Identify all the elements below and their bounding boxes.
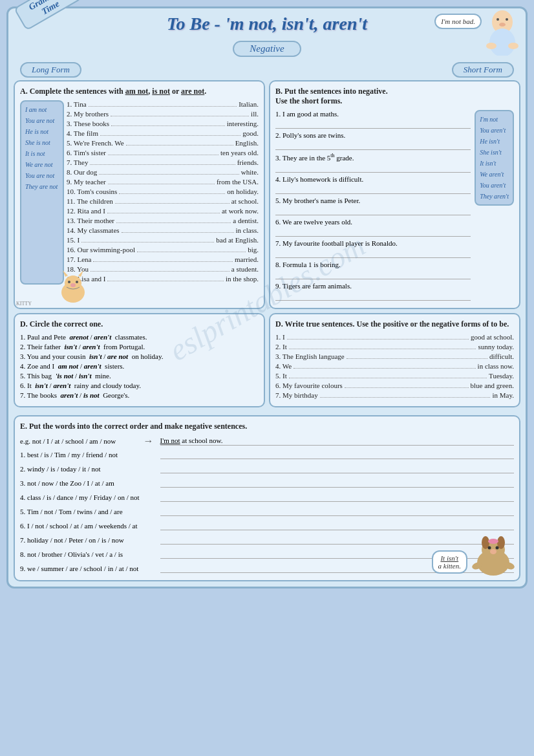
sf-right-6: We aren't [480, 169, 509, 180]
dog-icon [467, 527, 519, 580]
section-c-box: D. Circle the correct one. 1. Paul and P… [14, 313, 265, 407]
svg-point-24 [491, 539, 495, 543]
section-a-item-10: 10. Tom's cousinson holiday. [67, 188, 259, 195]
sf-left-2: You are not [25, 115, 59, 126]
sd-item-6: 6. My favourite coloursblue and green. [275, 382, 514, 389]
section-a-item-16: 16. Our swimming-poolbig. [67, 246, 259, 254]
sb-item-1: 1. I am good at maths. [275, 110, 471, 118]
bottom-grid: D. Circle the correct one. 1. Paul and P… [14, 313, 520, 411]
sd-item-3: 3. The English languagedifficult. [275, 352, 514, 360]
sb-answer-9 [275, 292, 471, 301]
sb-answer-8 [275, 270, 471, 279]
se-item-5: 5. Tim / not / Tom / twins / and / are [20, 508, 140, 515]
sf-right-3: He isn't [480, 136, 509, 147]
sb-answer-6 [275, 228, 471, 237]
sb-item-4: 4. Lily's homework is difficult. [275, 175, 471, 183]
long-form-label: Long Form [20, 62, 81, 78]
section-d-title: D. Write true sentences. Use the positiv… [275, 319, 514, 329]
short-form-label: Short Form [452, 62, 514, 78]
svg-point-4 [489, 28, 515, 56]
svg-point-3 [499, 23, 506, 27]
sf-left-3: He is not [25, 126, 59, 137]
se-item-9: 9. we / summer / are / school / in / at … [20, 565, 140, 572]
short-forms-right: I'm not You aren't He isn't She isn't It… [475, 110, 514, 206]
kitty-label: KITTY [16, 301, 32, 307]
se-item-1: 1. best / is / Tim / my / friend / not [20, 451, 140, 459]
sf-left-5: It is not [25, 148, 59, 159]
svg-point-18 [488, 546, 491, 549]
section-a-item-14: 14. My classmatesin class. [67, 226, 259, 234]
sf-right-8: They aren't [480, 191, 509, 202]
sf-left-4: She is not [25, 137, 59, 148]
sc-item-4: 4. Zoe and I am not / aren't sisters. [20, 362, 259, 370]
baby-icon-top [485, 10, 520, 57]
sd-item-1: 1. Igood at school. [275, 333, 514, 341]
section-a-item-12: 12. Rita and Iat work now. [67, 207, 259, 215]
sf-left-1: I am not [25, 104, 59, 115]
svg-point-6 [508, 43, 518, 49]
sc-item-2: 2. Their father isn't / aren't from Port… [20, 343, 259, 351]
section-a-title: A. Complete the sentences with am not, i… [20, 87, 259, 96]
sf-right-5: It isn't [480, 158, 509, 169]
section-a-item-9: 9. My teacherfrom the USA. [67, 178, 259, 186]
short-forms-left: I am not You are not He is not She is no… [20, 100, 64, 285]
sb-item-9: 9. Tigers are farm animals. [275, 282, 471, 290]
svg-point-13 [70, 283, 76, 287]
sf-right-2: You aren't [480, 125, 509, 136]
svg-point-12 [76, 281, 78, 283]
sb-item-5: 5. My brother's name is Peter. [275, 197, 471, 204]
section-a-item-7: 7. Theyfriends. [67, 158, 259, 166]
section-a-item-11: 11. The childrenat school. [67, 197, 259, 205]
kitty-icon [54, 268, 92, 308]
sf-right-7: You aren't [480, 180, 509, 191]
section-b-title: B. Put the sentences into negative.Use t… [275, 87, 514, 106]
section-a-item-13: 13. Their mothera dentist. [67, 217, 259, 224]
svg-point-2 [506, 18, 508, 21]
sb-answer-1 [275, 120, 471, 129]
sf-right-4: She isn't [480, 147, 509, 158]
se-answer-2 [160, 464, 514, 473]
sd-item-7: 7. My birthdayin May. [275, 391, 514, 399]
se-answer-5 [160, 507, 514, 516]
svg-point-5 [486, 43, 497, 49]
section-a-item-4: 4. The filmgood. [67, 129, 259, 137]
page: eslprintables.com Grammar Time To Be - '… [6, 6, 528, 589]
sb-item-6: 6. We are twelve years old. [275, 218, 471, 226]
se-item-4: 4. class / is / dance / my / Friday / on… [20, 493, 140, 501]
section-b-box: B. Put the sentences into negative.Use t… [269, 80, 520, 309]
svg-marker-10 [78, 270, 83, 277]
se-item-2: 2. windy / is / today / it / not [20, 465, 140, 473]
sb-answer-4 [275, 185, 471, 194]
sd-item-5: 5. ItTuesday. [275, 372, 514, 380]
section-b-content: 1. I am good at maths. 2. Polly's sons a… [275, 110, 471, 303]
sc-item-7: 7. The books aren't / is not George's. [20, 391, 259, 399]
section-a-item-6: 6. Tim's sisterten years old. [67, 149, 259, 157]
section-a-item-2: 2. My brothersill. [67, 110, 259, 118]
se-answer-3 [160, 479, 514, 488]
section-a-item-5: 5. We're French. WeEnglish. [67, 139, 259, 147]
section-a-content: 1. TinaItalian. 2. My brothersill. 3. Th… [67, 100, 259, 285]
se-item-7: 7. holiday / not / Peter / on / is / now [20, 536, 140, 544]
sf-left-7: You are not [25, 170, 59, 181]
se-item-8: 8. not / brother / Olivia's / vet / a / … [20, 550, 140, 558]
sb-answer-7 [275, 249, 471, 258]
sb-answer-2 [275, 141, 471, 150]
sb-item-3: 3. They are in the 5th grade. [275, 153, 471, 162]
sf-right-1: I'm not [480, 114, 509, 125]
speech-bubble-br: It isn't a kitten. [432, 550, 467, 574]
section-a-item-1: 1. TinaItalian. [67, 100, 259, 108]
section-a-item-3: 3. These booksinteresting. [67, 120, 259, 127]
sd-item-2: 2. Itsunny today. [275, 343, 514, 351]
sc-item-1: 1. Paul and Pete arenot / aren't classma… [20, 333, 259, 341]
section-d-box: D. Write true sentences. Use the positiv… [269, 313, 520, 407]
se-answer-4 [160, 493, 514, 502]
section-a-item-15: 15. Ibad at English. [67, 236, 259, 244]
sf-left-8: They are not [25, 181, 59, 192]
main-grid: A. Complete the sentences with am not, i… [14, 80, 520, 309]
sb-answer-5 [275, 206, 471, 215]
sb-answer-3 [275, 164, 471, 173]
sc-item-6: 6. It isn't / aren't rainy and cloudy to… [20, 382, 259, 389]
sb-item-7: 7. My favourite football player is Ronal… [275, 239, 471, 247]
svg-point-1 [497, 18, 499, 21]
svg-point-11 [68, 281, 70, 283]
